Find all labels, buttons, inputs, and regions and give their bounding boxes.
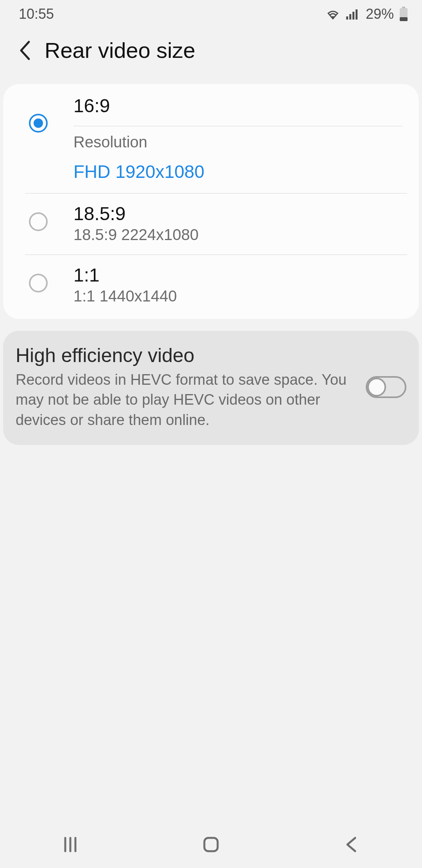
nav-home-icon[interactable] <box>200 834 222 855</box>
status-time: 10:55 <box>19 6 54 22</box>
signal-icon <box>346 8 360 20</box>
option-title: 18.5:9 <box>73 194 402 226</box>
status-icons: 29% <box>325 6 408 22</box>
hevc-card[interactable]: High efficiency video Record videos in H… <box>3 331 419 445</box>
resolution-label: Resolution <box>73 126 402 154</box>
option-subtitle: 1:1 1440x1440 <box>73 287 402 308</box>
svg-rect-3 <box>352 12 354 20</box>
video-size-card: 16:9 Resolution FHD 1920x1080 18.5:9 18.… <box>3 84 419 319</box>
radio-1-1[interactable] <box>29 274 48 292</box>
wifi-icon <box>325 8 341 20</box>
page-title: Rear video size <box>45 38 195 63</box>
battery-percent: 29% <box>366 6 394 22</box>
back-icon[interactable] <box>17 40 34 61</box>
radio-18-5-9[interactable] <box>29 212 48 231</box>
hevc-description: Record videos in HEVC format to save spa… <box>16 370 355 430</box>
status-bar: 10:55 29% <box>0 0 422 28</box>
nav-recents-icon[interactable] <box>60 834 81 855</box>
svg-rect-2 <box>349 14 351 20</box>
nav-bar <box>0 821 422 868</box>
option-title: 1:1 <box>73 255 402 287</box>
option-1-1[interactable]: 1:1 1:1 1440x1440 <box>3 255 419 308</box>
svg-rect-4 <box>356 9 358 20</box>
hevc-switch[interactable] <box>366 376 406 398</box>
battery-icon <box>399 7 408 22</box>
svg-rect-11 <box>204 838 218 851</box>
svg-point-0 <box>332 16 334 18</box>
svg-rect-7 <box>400 17 408 21</box>
resolution-value[interactable]: FHD 1920x1080 <box>73 154 402 193</box>
radio-16-9[interactable] <box>29 114 48 133</box>
page-header: Rear video size <box>0 28 422 84</box>
option-title: 16:9 <box>73 84 402 126</box>
option-18-5-9[interactable]: 18.5:9 18.5:9 2224x1080 <box>3 194 419 255</box>
option-subtitle: 18.5:9 2224x1080 <box>73 226 402 255</box>
svg-rect-1 <box>346 16 348 20</box>
svg-rect-5 <box>402 7 405 8</box>
hevc-title: High efficiency video <box>16 344 355 367</box>
nav-back-icon[interactable] <box>341 834 362 855</box>
option-16-9[interactable]: 16:9 Resolution FHD 1920x1080 <box>3 84 419 193</box>
